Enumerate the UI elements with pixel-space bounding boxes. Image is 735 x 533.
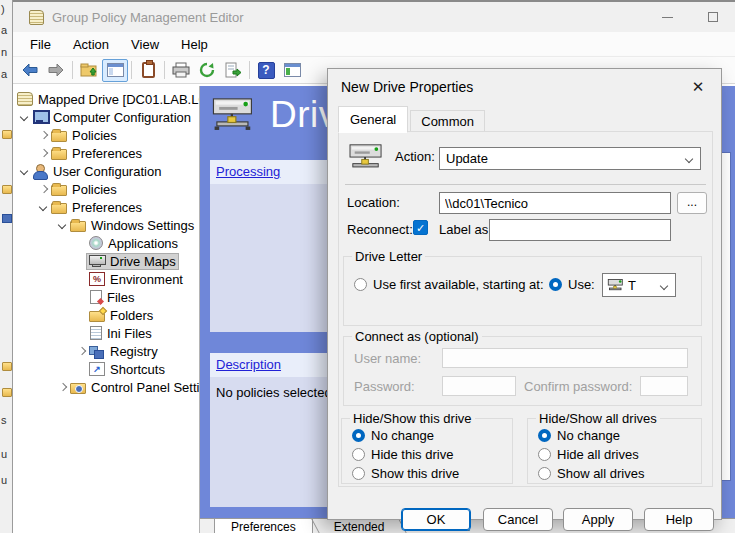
option-label: No change	[557, 428, 620, 443]
chevron-right-icon[interactable]	[55, 380, 70, 395]
ini-file-icon	[90, 326, 102, 340]
computer-icon	[32, 110, 48, 124]
location-input[interactable]	[439, 192, 671, 214]
use-option[interactable]: Use:	[549, 277, 595, 292]
tree-item-policies[interactable]: Policies	[13, 126, 199, 144]
show-console-tree-button[interactable]	[102, 59, 128, 82]
cancel-button[interactable]: Cancel	[483, 508, 553, 531]
menu-file[interactable]: File	[19, 34, 62, 55]
help-button[interactable]: ?	[253, 59, 279, 82]
label-as-input[interactable]	[489, 219, 671, 241]
tree-item-root[interactable]: Mapped Drive [DC01.LAB.LOCA	[13, 90, 199, 108]
folder-icon	[51, 185, 67, 196]
hide-this-drive-option[interactable]: Hide this drive	[352, 447, 453, 462]
tree-item-folders[interactable]: Folders	[13, 306, 199, 324]
reconnect-checkbox[interactable]: ✓	[413, 220, 428, 235]
up-one-level-button[interactable]	[76, 59, 102, 82]
bg-text-fragment: u	[1, 474, 7, 486]
drive-letter-select[interactable]: T	[602, 273, 676, 297]
option-label: Show this drive	[371, 466, 459, 481]
forward-button[interactable]	[43, 59, 69, 82]
gpo-scroll-icon	[17, 92, 33, 106]
general-tab-page: Action: Update Location: ... Reconnect: …	[338, 131, 713, 487]
minimize-button[interactable]	[645, 2, 690, 32]
chevron-right-icon[interactable]	[74, 344, 89, 359]
dialog-close-button[interactable]: ✕	[687, 76, 709, 98]
show-all-drives-option[interactable]: Show all drives	[538, 466, 644, 481]
confirm-password-input[interactable]	[640, 376, 688, 396]
tab-common[interactable]: Common	[410, 110, 485, 133]
tree-item-label: Files	[107, 290, 134, 305]
chevron-right-icon[interactable]	[36, 146, 51, 161]
gpo-scroll-icon	[29, 10, 44, 25]
password-input[interactable]	[442, 376, 516, 396]
new-window-icon	[284, 63, 301, 77]
title-bar[interactable]: Group Policy Management Editor	[13, 2, 735, 32]
use-first-available-option[interactable]: Use first available, starting at:	[354, 277, 544, 292]
chevron-right-icon[interactable]	[36, 128, 51, 143]
action-select[interactable]: Update	[439, 147, 701, 170]
tree-item-files[interactable]: Files	[13, 288, 199, 306]
tree-item-label: Ini Files	[107, 326, 152, 341]
radio-icon	[538, 467, 551, 480]
menu-view[interactable]: View	[120, 34, 170, 55]
menu-help[interactable]: Help	[170, 34, 219, 55]
separator	[345, 184, 706, 185]
chevron-down-icon[interactable]	[17, 164, 32, 179]
tree-item-environment[interactable]: % Environment	[13, 270, 199, 288]
show-this-drive-option[interactable]: Show this drive	[352, 466, 459, 481]
tree-item-applications[interactable]: Applications	[13, 234, 199, 252]
user-name-input[interactable]	[442, 348, 688, 368]
chevron-right-icon[interactable]	[36, 182, 51, 197]
tree-item-ini-files[interactable]: Ini Files	[13, 324, 199, 342]
browse-button[interactable]: ...	[677, 192, 707, 214]
tab-preferences[interactable]: Preferences	[214, 519, 313, 533]
tab-general[interactable]: General	[338, 106, 408, 133]
export-list-button[interactable]	[220, 59, 246, 82]
bg-text-fragment: a	[1, 68, 7, 80]
tree-item-policies[interactable]: Policies	[13, 180, 199, 198]
tree-item-preferences[interactable]: Preferences	[13, 198, 199, 216]
print-button[interactable]	[168, 59, 194, 82]
properties-button[interactable]	[135, 59, 161, 82]
tab-extended[interactable]: Extended	[318, 519, 401, 533]
console-tree[interactable]: Mapped Drive [DC01.LAB.LOCA Computer Con…	[13, 86, 200, 533]
description-link[interactable]: Description	[216, 357, 281, 372]
chevron-down-icon[interactable]	[55, 218, 70, 233]
tree-item-label: Registry	[110, 344, 158, 359]
tree-item-registry[interactable]: Registry	[13, 342, 199, 360]
apply-button[interactable]: Apply	[563, 508, 633, 531]
drive-icon	[89, 254, 105, 268]
tree-item-user-configuration[interactable]: User Configuration	[13, 162, 199, 180]
registry-icon	[89, 344, 105, 358]
tree-item-windows-settings[interactable]: Windows Settings	[13, 216, 199, 234]
tree-item-label: Shortcuts	[110, 362, 165, 377]
check-icon: ✓	[416, 222, 425, 234]
tree-item-preferences[interactable]: Preferences	[13, 144, 199, 162]
help-button[interactable]: Help	[644, 508, 714, 531]
chevron-down-icon[interactable]	[17, 110, 32, 125]
tree-item-label: Environment	[110, 272, 183, 287]
tree-item-shortcuts[interactable]: ↗ Shortcuts	[13, 360, 199, 378]
menu-action[interactable]: Action	[62, 34, 120, 55]
tree-item-control-panel-settings[interactable]: Control Panel Setting	[13, 378, 199, 396]
ok-button[interactable]: OK	[401, 508, 471, 531]
processing-link[interactable]: Processing	[216, 164, 280, 179]
option-label: Hide this drive	[371, 447, 453, 462]
new-window-button[interactable]	[279, 59, 305, 82]
no-change-all-option[interactable]: No change	[538, 428, 620, 443]
maximize-button[interactable]	[690, 2, 735, 32]
chevron-down-icon[interactable]	[36, 200, 51, 215]
back-icon	[21, 62, 39, 78]
chevron-down-icon	[660, 282, 668, 290]
bg-text-fragment: a	[1, 24, 7, 36]
no-change-option[interactable]: No change	[352, 428, 434, 443]
user-icon	[32, 164, 48, 178]
disc-icon	[89, 236, 103, 250]
hide-all-drives-option[interactable]: Hide all drives	[538, 447, 639, 462]
refresh-button[interactable]	[194, 59, 220, 82]
back-button[interactable]	[17, 59, 43, 82]
tree-item-computer-configuration[interactable]: Computer Configuration	[13, 108, 199, 126]
tree-item-drive-maps[interactable]: Drive Maps	[13, 252, 199, 270]
connect-as-group: Connect as (optional) User name: Passwor…	[343, 336, 702, 406]
